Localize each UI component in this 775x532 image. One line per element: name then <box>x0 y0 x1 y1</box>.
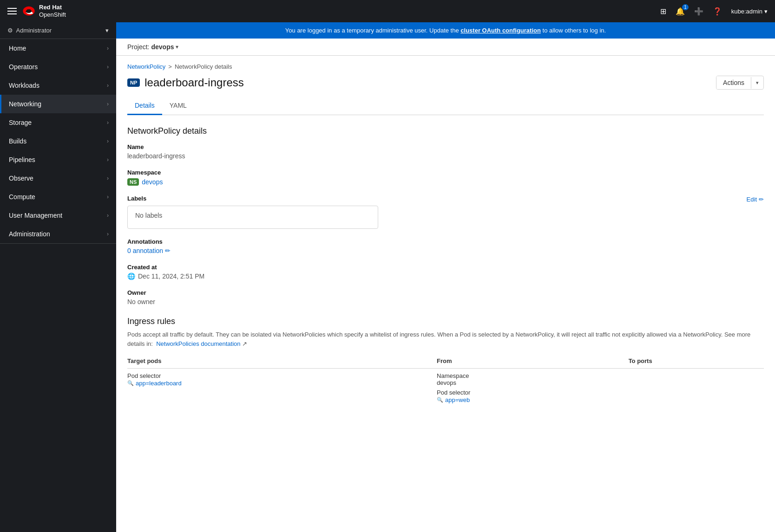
hamburger-menu[interactable] <box>7 8 17 14</box>
help-icon[interactable]: ❓ <box>713 7 722 16</box>
sidebar-item-administration[interactable]: Administration › <box>0 225 116 243</box>
page-title: leaderboard-ingress <box>144 76 243 89</box>
user-menu[interactable]: kube:admin ▾ <box>731 8 768 15</box>
created-label: Created at <box>127 264 764 271</box>
globe-icon: 🌐 <box>127 272 135 280</box>
sidebar-item-networking[interactable]: Networking › <box>0 95 116 113</box>
add-icon[interactable]: ➕ <box>694 7 703 16</box>
administration-chevron: › <box>107 231 109 237</box>
labels-box: No labels <box>127 206 378 229</box>
compute-chevron: › <box>107 194 109 200</box>
brand-logo-area: Red Hat OpenShift <box>22 4 66 18</box>
namespace-field: Namespace NS devops <box>127 169 764 186</box>
namespace-value: NS devops <box>127 178 163 186</box>
project-dropdown[interactable]: ▾ <box>176 44 178 50</box>
workloads-label: Workloads <box>9 82 39 89</box>
ingress-table: Target pods From To ports Pod selector 🔍 <box>127 354 764 407</box>
annotation-pencil-icon: ✏ <box>165 247 171 254</box>
annotations-field: Annotations 0 annotation ✏ <box>127 238 764 254</box>
labels-label: Labels <box>127 195 146 202</box>
brand-text: Red Hat OpenShift <box>39 4 66 18</box>
sidebar-admin-header: ⚙ Administrator ▾ <box>0 22 116 39</box>
from-pod-selector-link[interactable]: 🔍 app=web <box>437 396 470 403</box>
oauth-config-link[interactable]: cluster OAuth configuration <box>460 27 541 34</box>
sidebar: ⚙ Administrator ▾ Home › Operators › Wor… <box>0 22 116 532</box>
sidebar-item-workloads[interactable]: Workloads › <box>0 76 116 95</box>
notifications-bell[interactable]: 🔔 1 <box>676 7 685 16</box>
page-title-row: NP leaderboard-ingress Actions ▾ <box>127 76 764 90</box>
tab-details[interactable]: Details <box>127 97 162 115</box>
notifications-badge: 1 <box>682 4 689 10</box>
sidebar-item-storage[interactable]: Storage › <box>0 113 116 132</box>
ingress-description: Pods accept all traffic by default. They… <box>127 330 764 348</box>
annotations-label: Annotations <box>127 238 764 245</box>
from-cell: Namespace devops Pod selector 🔍 app=web <box>437 369 629 408</box>
col-to-ports: To ports <box>629 354 764 369</box>
from-namespace-label: Namespace <box>437 372 629 379</box>
sidebar-item-observe[interactable]: Observe › <box>0 169 116 188</box>
user-name: kube:admin <box>731 8 762 15</box>
target-pods-cell: Pod selector 🔍 app=leaderboard <box>127 369 437 408</box>
actions-button[interactable]: Actions ▾ <box>716 76 764 90</box>
ingress-section: Ingress rules Pods accept all traffic by… <box>127 317 764 407</box>
top-nav: Red Hat OpenShift ⊞ 🔔 1 ➕ ❓ kube:admin ▾ <box>0 0 775 22</box>
actions-dropdown-arrow: ▾ <box>751 77 763 89</box>
target-pod-selector-link[interactable]: 🔍 app=leaderboard <box>127 380 182 387</box>
owner-label: Owner <box>127 289 764 296</box>
observe-label: Observe <box>9 175 33 182</box>
project-name: devops <box>151 43 174 51</box>
sidebar-item-operators[interactable]: Operators › <box>0 58 116 76</box>
labels-edit-link[interactable]: Edit ✏ <box>747 196 764 203</box>
compute-label: Compute <box>9 193 35 201</box>
details-section: NetworkPolicy details Name leaderboard-i… <box>127 126 764 305</box>
home-label: Home <box>9 45 26 52</box>
labels-empty: No labels <box>135 212 162 219</box>
breadcrumb-separator: > <box>168 63 172 70</box>
breadcrumb: NetworkPolicy > NetworkPolicy details <box>127 63 764 70</box>
tab-yaml[interactable]: YAML <box>162 97 194 115</box>
ns-icon: NS <box>127 178 139 186</box>
admin-banner: You are logged in as a temporary adminis… <box>116 22 775 39</box>
builds-label: Builds <box>9 137 26 145</box>
sidebar-item-pipelines[interactable]: Pipelines › <box>0 150 116 169</box>
gear-icon: ⚙ <box>7 27 13 34</box>
sidebar-item-user-management[interactable]: User Management › <box>0 206 116 225</box>
actions-label: Actions <box>716 76 751 89</box>
workloads-chevron: › <box>107 82 109 89</box>
created-value: 🌐 Dec 11, 2024, 2:51 PM <box>127 272 764 280</box>
owner-value: No owner <box>127 298 764 305</box>
col-from: From <box>437 354 629 369</box>
networkpolicies-docs-link[interactable]: NetworkPolicies documentation <box>156 340 240 347</box>
grid-icon[interactable]: ⊞ <box>660 7 666 16</box>
sidebar-item-compute[interactable]: Compute › <box>0 188 116 206</box>
name-label: Name <box>127 143 764 150</box>
sidebar-item-builds[interactable]: Builds › <box>0 132 116 150</box>
owner-field: Owner No owner <box>127 289 764 305</box>
created-at-field: Created at 🌐 Dec 11, 2024, 2:51 PM <box>127 264 764 280</box>
admin-label: ⚙ Administrator <box>7 27 52 34</box>
breadcrumb-parent[interactable]: NetworkPolicy <box>127 63 165 70</box>
pipelines-chevron: › <box>107 156 109 163</box>
name-field: Name leaderboard-ingress <box>127 143 764 160</box>
sidebar-item-home[interactable]: Home › <box>0 39 116 58</box>
external-link-icon: ↗ <box>242 340 247 347</box>
name-value: leaderboard-ingress <box>127 152 764 160</box>
annotations-link[interactable]: 0 annotation ✏ <box>127 247 171 254</box>
annotations-value: 0 annotation <box>127 247 163 254</box>
col-target-pods: Target pods <box>127 354 437 369</box>
user-menu-chevron: ▾ <box>764 8 768 15</box>
observe-chevron: › <box>107 175 109 182</box>
created-datetime: Dec 11, 2024, 2:51 PM <box>138 272 204 280</box>
project-bar: Project: devops ▾ <box>116 39 775 56</box>
operators-chevron: › <box>107 64 109 70</box>
storage-label: Storage <box>9 119 32 126</box>
namespace-link[interactable]: devops <box>142 178 163 186</box>
sidebar-nav: Home › Operators › Workloads › Networkin… <box>0 39 116 244</box>
home-chevron: › <box>107 45 109 52</box>
admin-chevron[interactable]: ▾ <box>105 27 109 34</box>
from-pod-selector-label: Pod selector <box>437 389 629 396</box>
banner-message: You are logged in as a temporary adminis… <box>285 27 460 34</box>
main-content: You are logged in as a temporary adminis… <box>116 22 775 532</box>
labels-field: Labels Edit ✏ No labels <box>127 195 764 229</box>
storage-chevron: › <box>107 119 109 126</box>
